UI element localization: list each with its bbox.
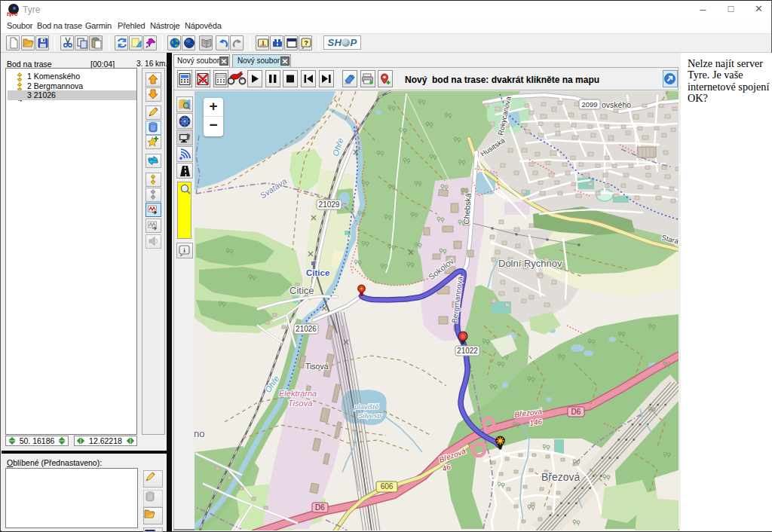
svg-text:tyre: tyre <box>7 11 18 17</box>
svg-text:no: no <box>195 428 204 439</box>
svg-text:21029: 21029 <box>319 200 340 209</box>
svg-text:Citice: Citice <box>306 268 329 277</box>
svg-text:Elektrárna: Elektrárna <box>279 389 317 398</box>
svg-text:21026: 21026 <box>296 325 317 333</box>
svg-text:Tisová: Tisová <box>288 399 312 408</box>
svg-text:2099: 2099 <box>581 100 597 109</box>
svg-text:?: ? <box>304 39 308 47</box>
svg-text:Citice: Citice <box>290 285 314 296</box>
svg-text:D6: D6 <box>315 503 325 512</box>
svg-text:plaviště: plaviště <box>354 402 378 411</box>
svg-text:D6: D6 <box>571 408 581 416</box>
svg-text:Tisová: Tisová <box>305 362 329 371</box>
svg-text:Silvestr: Silvestr <box>358 411 382 420</box>
svg-text:Březová: Březová <box>541 471 581 483</box>
svg-text:21022: 21022 <box>457 347 478 355</box>
svg-text:606: 606 <box>381 482 394 491</box>
svg-text:Dolní Rychnov: Dolní Rychnov <box>498 258 562 269</box>
svg-text:ovského: ovského <box>602 100 631 109</box>
